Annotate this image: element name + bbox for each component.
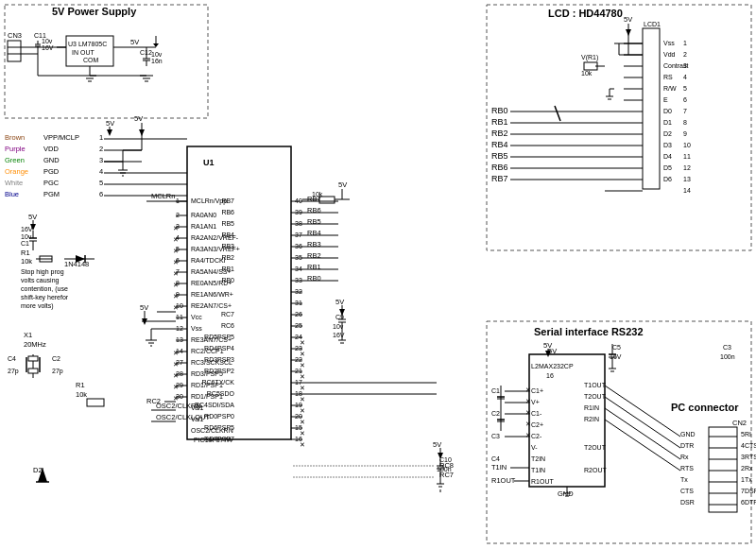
svg-text:PC connector: PC connector xyxy=(671,402,739,413)
svg-text:Brown: Brown xyxy=(5,133,25,142)
svg-text:DTR: DTR xyxy=(745,499,756,506)
svg-text:CTS: CTS xyxy=(745,442,756,449)
svg-text:5V: 5V xyxy=(624,15,632,24)
svg-text:PGC: PGC xyxy=(43,179,60,187)
svg-text:✕: ✕ xyxy=(173,304,179,311)
svg-text:10v: 10v xyxy=(42,38,53,44)
svg-text:1: 1 xyxy=(683,40,687,46)
svg-rect-423 xyxy=(709,427,737,512)
svg-text:Vdd: Vdd xyxy=(663,51,676,58)
svg-text:RB5: RB5 xyxy=(491,151,508,161)
svg-text:Purple: Purple xyxy=(5,145,26,153)
svg-text:6: 6 xyxy=(99,190,103,198)
svg-text:OSC2/CLKLOUT: OSC2/CLKLOUT xyxy=(156,413,211,421)
svg-text:3: 3 xyxy=(683,62,687,69)
svg-line-454 xyxy=(605,408,680,459)
svg-text:5: 5 xyxy=(99,179,103,187)
svg-line-452 xyxy=(605,386,680,437)
svg-text:✕: ✕ xyxy=(525,386,531,393)
svg-rect-339 xyxy=(28,369,38,373)
svg-text:CTS: CTS xyxy=(680,488,694,494)
svg-rect-3 xyxy=(8,41,21,61)
svg-text:RC5SDO: RC5SDO xyxy=(207,390,235,397)
svg-text:C3: C3 xyxy=(723,344,731,351)
svg-text:RE2AN7/CS+: RE2AN7/CS+ xyxy=(191,302,232,309)
svg-text:RB5: RB5 xyxy=(221,220,234,227)
svg-text:OSC2/CLKRN: OSC2/CLKRN xyxy=(156,402,201,410)
svg-text:2: 2 xyxy=(99,145,103,153)
svg-text:RB0: RB0 xyxy=(221,277,234,283)
svg-text:RTS: RTS xyxy=(680,465,694,472)
svg-text:5V: 5V xyxy=(134,114,143,123)
svg-text:2: 2 xyxy=(683,51,687,58)
svg-text:RC8: RC8 xyxy=(439,461,454,470)
svg-text:Serial interface RS232: Serial interface RS232 xyxy=(534,326,644,337)
svg-text:V(R1): V(R1) xyxy=(581,54,598,61)
schematic-container: 5V Power Supply CN3 C11 10v 16V U3 LM780… xyxy=(0,0,756,549)
svg-text:L2: L2 xyxy=(531,363,539,369)
svg-text:5V Power Supply: 5V Power Supply xyxy=(52,6,137,17)
svg-text:RB6: RB6 xyxy=(221,209,234,215)
svg-text:C2-: C2- xyxy=(531,433,542,439)
svg-text:RB6: RB6 xyxy=(491,163,508,172)
svg-text:RD7PSP7: RD7PSP7 xyxy=(204,436,234,442)
svg-text:RD2PSP2: RD2PSP2 xyxy=(204,368,234,374)
svg-text:RD3PSP3: RD3PSP3 xyxy=(204,356,234,363)
svg-text:RTS: RTS xyxy=(745,454,756,460)
svg-text:T2IN: T2IN xyxy=(531,455,545,462)
svg-text:Tx: Tx xyxy=(680,476,688,483)
svg-text:RD4PSP4: RD4PSP4 xyxy=(204,345,234,352)
schematic-svg: 5V Power Supply CN3 C11 10v 16V U3 LM780… xyxy=(0,0,756,549)
svg-text:C3: C3 xyxy=(491,433,500,439)
svg-text:✕: ✕ xyxy=(300,396,305,403)
svg-text:White: White xyxy=(5,179,23,187)
svg-rect-348 xyxy=(87,399,104,406)
svg-text:✕: ✕ xyxy=(300,385,305,391)
svg-text:6: 6 xyxy=(683,96,687,103)
svg-text:CN2: CN2 xyxy=(732,419,747,427)
svg-text:Vss: Vss xyxy=(191,325,202,332)
svg-text:✕: ✕ xyxy=(173,395,179,402)
svg-text:5V: 5V xyxy=(28,213,37,221)
svg-text:RD5PSP5: RD5PSP5 xyxy=(204,334,234,340)
svg-text:✕: ✕ xyxy=(173,259,179,266)
svg-text:✕: ✕ xyxy=(300,373,305,380)
svg-text:Vss: Vss xyxy=(663,40,675,46)
svg-text:14: 14 xyxy=(683,187,691,194)
svg-marker-63 xyxy=(107,129,112,136)
svg-text:LCD1: LCD1 xyxy=(644,21,661,27)
svg-text:R/W: R/W xyxy=(663,85,677,92)
svg-text:10v: 10v xyxy=(21,233,32,240)
svg-text:11: 11 xyxy=(683,153,691,160)
svg-text:RB7: RB7 xyxy=(491,174,508,183)
svg-text:VDD: VDD xyxy=(43,145,59,153)
svg-text:DTR: DTR xyxy=(680,442,694,449)
svg-text:RB4: RB4 xyxy=(221,232,234,238)
svg-text:Blue: Blue xyxy=(5,190,19,198)
svg-text:RB5: RB5 xyxy=(307,217,321,226)
svg-rect-261 xyxy=(487,5,751,250)
svg-text:Stop high prog: Stop high prog xyxy=(21,268,64,276)
svg-text:C2: C2 xyxy=(52,355,60,362)
svg-text:C4: C4 xyxy=(491,455,500,462)
svg-text:GND: GND xyxy=(43,156,60,164)
svg-text:Tx: Tx xyxy=(745,476,752,483)
svg-text:RS: RS xyxy=(663,74,673,80)
svg-text:U1: U1 xyxy=(203,158,215,167)
svg-rect-256 xyxy=(319,197,335,203)
svg-text:T1OUT: T1OUT xyxy=(584,382,607,388)
svg-text:GND: GND xyxy=(680,431,696,437)
svg-text:D5: D5 xyxy=(663,164,672,171)
svg-text:D6: D6 xyxy=(663,176,672,182)
svg-text:Rx: Rx xyxy=(680,454,689,460)
svg-text:RC7: RC7 xyxy=(439,471,454,479)
svg-text:20MHz: 20MHz xyxy=(24,340,46,349)
svg-text:16: 16 xyxy=(546,372,554,379)
svg-text:RB3: RB3 xyxy=(307,240,321,249)
svg-text:V+: V+ xyxy=(531,399,540,405)
svg-text:13: 13 xyxy=(683,176,691,182)
svg-text:✕: ✕ xyxy=(173,248,179,254)
svg-text:R2OUT: R2OUT xyxy=(584,467,607,473)
svg-text:✕: ✕ xyxy=(300,441,305,448)
svg-text:X1: X1 xyxy=(24,331,32,339)
